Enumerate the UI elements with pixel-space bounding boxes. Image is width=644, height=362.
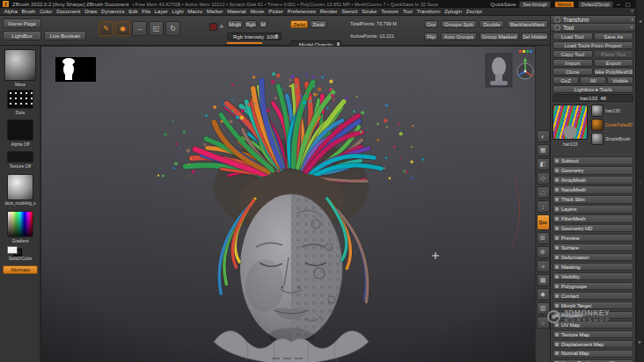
palette-menu-icon[interactable]: ▾ [631, 17, 633, 22]
menus-toggle[interactable]: Menus [554, 1, 574, 8]
menu-edit[interactable]: Edit [127, 8, 140, 16]
recent-tool-thumbnail[interactable] [591, 105, 604, 117]
recent-tool-label[interactable]: SimpleBrush [605, 136, 634, 141]
menu-dynamics[interactable]: Dynamics [99, 8, 127, 16]
menu-document[interactable]: Document [55, 8, 83, 16]
right-edge-divider[interactable]: ◂ ⋮ ▸ [635, 0, 644, 362]
menu-zscript[interactable]: Zscript [464, 8, 484, 16]
document-thumbnail[interactable] [55, 57, 96, 82]
save-as-button[interactable]: Save As [594, 33, 634, 40]
solo-icon[interactable]: □ [537, 186, 550, 199]
zsub-button[interactable]: Zsub [310, 20, 327, 28]
tray-collapse-icon[interactable]: ◂ [639, 18, 641, 24]
tool-palette-header[interactable]: Tool ✕ [551, 24, 636, 32]
front-color-swatch[interactable] [209, 23, 217, 31]
mode-draw-button[interactable]: ◉ [115, 21, 130, 36]
recent-tool-label[interactable]: hair135 [605, 108, 634, 113]
del-hidden-button[interactable]: Del Hidden [522, 33, 548, 40]
tool-section-contact[interactable]: Contact [553, 292, 633, 300]
rgb-intensity-slider[interactable]: Rgb Intensity 100 [227, 33, 282, 40]
switch-color-swatch[interactable] [7, 246, 18, 254]
tool-section-subtool[interactable]: Subtool [553, 156, 633, 165]
tool-section-preview[interactable]: Preview [553, 234, 633, 243]
persp-icon[interactable]: ⊞ [537, 232, 550, 244]
default-zscript-button[interactable]: DefaultZScript [578, 1, 613, 8]
palette-close-icon[interactable]: ✕ [630, 25, 633, 30]
groups-split-button[interactable]: Groups Split [441, 20, 477, 28]
m-button[interactable]: M [259, 20, 267, 28]
live-boolean-button[interactable]: Live Boolean [44, 31, 86, 40]
zadd-button[interactable]: Zadd [290, 20, 308, 28]
menu-zplugin[interactable]: Zplugin [443, 8, 464, 16]
backface-mask-button[interactable]: BackfaceMask [507, 20, 548, 28]
goz-visible-button[interactable]: Visible [607, 76, 633, 84]
transp-icon[interactable]: ◧ [537, 158, 550, 170]
menu-render[interactable]: Render [318, 8, 339, 16]
lightbox-tools-button[interactable]: Lightbox ▸ Tools [553, 85, 633, 93]
menu-color[interactable]: Color [38, 8, 55, 16]
tool-section-masking[interactable]: Masking [553, 263, 633, 272]
mode-edit-button[interactable]: ✎ [99, 21, 113, 36]
grp-button[interactable]: Grp [424, 20, 438, 28]
menu-file[interactable]: File [140, 8, 152, 16]
tool-section-thick-skin[interactable]: Thick Skin [553, 195, 633, 204]
recent-tool-label[interactable]: CurveTube3D [605, 122, 634, 127]
load-tools-from-project-button[interactable]: Load Tools From Project [553, 41, 633, 49]
active-tool-slider[interactable]: hair133 48 [553, 94, 633, 102]
tool-section-fibermesh[interactable]: FiberMesh [553, 214, 633, 223]
goz-button[interactable]: GoZ [553, 76, 579, 84]
paste-tool-button[interactable]: Paste Tool [594, 50, 634, 58]
frame-icon[interactable]: ▩ [537, 274, 550, 286]
export-button[interactable]: Export [594, 59, 634, 67]
menu-preferences[interactable]: Preferences [285, 8, 318, 16]
quicksave-label[interactable]: QuickSave [490, 2, 516, 7]
menu-alpha[interactable]: Alpha [2, 8, 19, 16]
tool-section-visibility[interactable]: Visibility [553, 272, 633, 281]
menu-layer[interactable]: Layer [152, 8, 170, 16]
tool-section-surface[interactable]: Surface [553, 243, 633, 252]
tray-drag-handle[interactable]: ⋮ [638, 178, 643, 185]
alternate-button[interactable]: Alternate [3, 265, 38, 274]
tool-section-texture-map[interactable]: Texture Map [553, 330, 633, 339]
menu-transform[interactable]: Transform [414, 8, 443, 16]
rgb-button[interactable]: Rgb [245, 20, 257, 28]
canvas-scroll-marks[interactable] [272, 358, 303, 359]
tray-expand-icon[interactable]: ▸ [639, 338, 641, 344]
menu-light[interactable]: Light [170, 8, 186, 16]
menu-picker[interactable]: Picker [267, 8, 285, 16]
auto-groups-button[interactable]: Auto Groups [441, 33, 477, 40]
tool-section-nanomesh[interactable]: NanoMesh [553, 185, 633, 194]
tool-section-deformation[interactable]: Deformation [553, 253, 633, 262]
help-icon[interactable]: ? [631, 9, 633, 15]
menu-brush[interactable]: Brush [19, 8, 37, 16]
current-tool-thumbnail[interactable] [4, 49, 36, 81]
tool-section-geometry-hd[interactable]: Geometry HD [553, 224, 633, 233]
texture-thumbnail[interactable] [7, 151, 33, 163]
document-canvas[interactable] [40, 46, 535, 362]
flip-button[interactable]: Flip [424, 33, 438, 40]
color-picker[interactable] [7, 211, 33, 237]
recent-tool-thumbnail[interactable] [591, 133, 604, 145]
slider-knob[interactable] [275, 34, 278, 39]
menu-marker[interactable]: Marker [204, 8, 224, 16]
lsym-icon[interactable]: ≡ [537, 260, 550, 272]
transform-palette-header[interactable]: Transform ▾ [551, 16, 636, 24]
local-icon[interactable]: ⊕ [537, 246, 550, 258]
stroke-thumbnail[interactable] [7, 90, 33, 109]
menu-material[interactable]: Material [225, 8, 248, 16]
active-tool-thumbnail[interactable] [553, 105, 588, 140]
xpose-icon[interactable]: ↕ [537, 200, 550, 213]
menu-texture[interactable]: Texture [379, 8, 400, 16]
clone-button[interactable]: Clone [553, 68, 593, 76]
tool-section-geometry[interactable]: Geometry [553, 166, 633, 175]
menu-stencil[interactable]: Stencil [340, 8, 360, 16]
ghost-icon[interactable]: ◇ [537, 172, 550, 185]
mode-rotate-button[interactable]: ↻ [165, 21, 180, 36]
menu-tool[interactable]: Tool [400, 8, 414, 16]
group-masked-button[interactable]: Group Masked [479, 33, 519, 40]
mode-move-button[interactable]: ↔ [132, 21, 147, 36]
home-page-button[interactable]: Home Page [3, 18, 41, 28]
tool-section-normal-map[interactable]: Normal Map [553, 350, 633, 358]
tool-section-displacement-map[interactable]: Displacement Map [553, 340, 633, 349]
copy-tool-button[interactable]: Copy Tool [553, 50, 593, 58]
